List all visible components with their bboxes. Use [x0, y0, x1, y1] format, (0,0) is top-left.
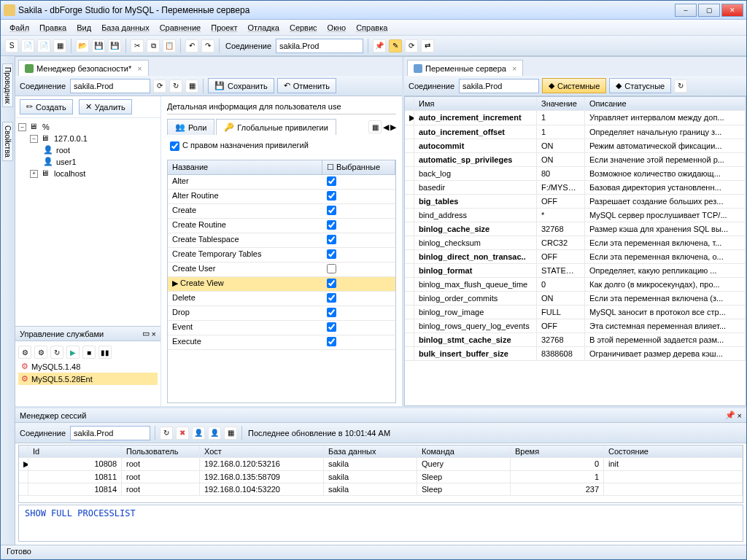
undo-icon[interactable]: ↶: [185, 39, 198, 52]
var-row[interactable]: back_log80Возможное количество ожидающ..…: [405, 167, 746, 181]
var-row[interactable]: ▶auto_increment_increment1Управляет инте…: [405, 111, 746, 125]
priv-row[interactable]: Execute: [168, 335, 395, 350]
var-row[interactable]: binlog_checksumCRC32Если эта переменная …: [405, 236, 746, 250]
minimize-button[interactable]: –: [675, 4, 697, 17]
options-icon[interactable]: ▦: [368, 120, 382, 133]
menu-Окно[interactable]: Окно: [323, 22, 351, 34]
menu-Правка[interactable]: Правка: [35, 22, 71, 34]
service-item[interactable]: ⚙MySQL5.1.48: [18, 360, 158, 373]
tree-user[interactable]: user1: [56, 158, 77, 166]
table-icon[interactable]: ▦: [53, 39, 66, 52]
col-name[interactable]: Название: [168, 160, 322, 174]
sidebar-explorer-tab[interactable]: Проводник: [2, 63, 13, 107]
refresh-icon[interactable]: ↻: [674, 79, 687, 93]
menu-Файл[interactable]: Файл: [5, 22, 34, 34]
tree-user[interactable]: root: [56, 146, 70, 155]
save-icon[interactable]: 💾: [92, 39, 105, 52]
cut-icon[interactable]: ✂: [131, 39, 144, 52]
var-row[interactable]: bind_address*MySQL сервер прослушивает T…: [405, 209, 746, 222]
kill-icon[interactable]: ✖: [176, 427, 189, 440]
session-row[interactable]: 10811root192.168.0.135:58709sakilaSleep1: [19, 471, 743, 483]
history-icon[interactable]: ⟳: [405, 39, 418, 52]
refresh2-icon[interactable]: ↻: [169, 79, 182, 93]
var-row[interactable]: binlog_rows_query_log_eventsOFFЭта систе…: [405, 319, 746, 333]
menu-База данных[interactable]: База данных: [97, 22, 154, 34]
saveall-icon[interactable]: 💾: [108, 39, 121, 52]
gear-icon[interactable]: ⚙: [18, 346, 31, 359]
delete-button[interactable]: ✕ Удалить: [79, 99, 132, 114]
var-row[interactable]: auto_increment_offset1Определяет начальн…: [405, 125, 746, 139]
close-icon[interactable]: ×: [152, 330, 156, 338]
grid-icon[interactable]: ▦: [224, 427, 237, 440]
var-row[interactable]: automatic_sp_privilegesONЕсли значение э…: [405, 153, 746, 167]
tree-host[interactable]: 127.0.0.1: [54, 134, 88, 143]
connection-combo[interactable]: [70, 426, 150, 440]
kill2-icon[interactable]: 👤: [208, 427, 221, 440]
play-icon[interactable]: ▶: [66, 346, 80, 359]
redo-icon[interactable]: ↷: [201, 39, 214, 52]
menu-Сервис[interactable]: Сервис: [285, 22, 322, 34]
var-row[interactable]: bulk_insert_buffer_size8388608Ограничива…: [405, 347, 746, 361]
var-row[interactable]: big_tablesOFFРазрешает создание больших …: [405, 195, 746, 209]
system-toggle[interactable]: ◆ Системные: [542, 78, 606, 93]
var-row[interactable]: binlog_order_commitsONЕсли эта переменна…: [405, 292, 746, 306]
session-row[interactable]: 10814root192.168.0.104:53220sakilaSleep2…: [19, 483, 743, 496]
priv-row[interactable]: Create Routine: [168, 219, 395, 233]
edit-icon[interactable]: ✎: [389, 39, 402, 52]
paste-icon[interactable]: 📋: [163, 39, 176, 52]
priv-row[interactable]: Delete: [168, 292, 395, 306]
create-button[interactable]: ✏ Создать: [20, 99, 73, 114]
refresh-icon[interactable]: ⟳: [153, 79, 166, 93]
pin-icon[interactable]: 📌: [373, 39, 386, 52]
stop-icon[interactable]: ■: [82, 346, 96, 359]
priv-row[interactable]: Drop: [168, 306, 395, 321]
connection-combo[interactable]: [276, 39, 363, 53]
maximize-button[interactable]: ▢: [698, 4, 720, 17]
tab-global-privs[interactable]: 🔑Глобальные привилегии: [216, 119, 336, 135]
close-icon[interactable]: ×: [738, 411, 742, 420]
var-row[interactable]: binlog_stmt_cache_size32768В этой переме…: [405, 333, 746, 347]
arrow-left-icon[interactable]: ◀: [383, 122, 389, 132]
var-row[interactable]: binlog_formatSTATEMENTОпределяет, какую …: [405, 264, 746, 278]
close-button[interactable]: ✕: [721, 4, 743, 17]
sidebar-properties-tab[interactable]: Свойства: [2, 122, 13, 161]
user-icon[interactable]: 👤: [192, 427, 205, 440]
pin-icon[interactable]: 📌: [725, 411, 735, 420]
var-row[interactable]: basedirF:/MYSQL...Базовая директория уст…: [405, 181, 746, 195]
priv-row[interactable]: Alter: [168, 175, 395, 190]
menu-Справка[interactable]: Справка: [352, 22, 392, 34]
gear2-icon[interactable]: ⚙: [34, 346, 47, 359]
grant-checkbox[interactable]: С правом назначения привилегий: [170, 141, 309, 149]
priv-row[interactable]: Create Tablespace: [168, 233, 395, 248]
priv-row[interactable]: Alter Routine: [168, 190, 395, 204]
tree-localhost[interactable]: localhost: [54, 169, 85, 178]
tab-security-manager[interactable]: Менеджер безопасности* ×: [18, 60, 149, 76]
copy-icon[interactable]: ⧉: [147, 39, 160, 52]
connection-combo[interactable]: [459, 79, 539, 93]
var-row[interactable]: binlog_max_flush_queue_time0Как долго (в…: [405, 278, 746, 292]
menu-Сравнение[interactable]: Сравнение: [155, 22, 206, 34]
var-row[interactable]: autocommitONРежим автоматической фиксаци…: [405, 139, 746, 153]
tab-roles[interactable]: 👥Роли: [167, 119, 214, 135]
tab-server-vars[interactable]: Переменные сервера ×: [407, 60, 523, 76]
var-row[interactable]: binlog_row_imageFULLMySQL заносит в прот…: [405, 306, 746, 319]
compare-icon[interactable]: ⇄: [421, 39, 434, 52]
var-row[interactable]: binlog_cache_size32768Размер кэша для хр…: [405, 222, 746, 236]
arrow-right-icon[interactable]: ▶: [390, 122, 396, 132]
priv-row[interactable]: Event: [168, 321, 395, 335]
tree-root[interactable]: %: [42, 122, 50, 131]
close-icon[interactable]: ×: [137, 64, 142, 73]
priv-row[interactable]: Create Temporary Tables: [168, 248, 395, 262]
close-icon[interactable]: ×: [512, 64, 516, 73]
open-icon[interactable]: 📂: [76, 39, 89, 52]
service-item[interactable]: ⚙MySQL5.5.28Ent: [18, 373, 158, 385]
pause-icon[interactable]: ▮▮: [98, 346, 112, 359]
refresh-icon[interactable]: ↻: [160, 427, 173, 440]
menu-Вид[interactable]: Вид: [72, 22, 96, 34]
menu-Отладка[interactable]: Отладка: [243, 22, 283, 34]
users-tree[interactable]: –🖥% –🖥127.0.0.1 👤root 👤user1 +🖥localhost: [15, 118, 160, 326]
col-selected[interactable]: ☐ Выбранные: [322, 160, 395, 174]
nav-icon[interactable]: ▦: [185, 79, 198, 93]
var-row[interactable]: binlog_direct_non_transac..OFFЕсли эта п…: [405, 250, 746, 264]
new-sql-icon[interactable]: S: [5, 39, 18, 52]
